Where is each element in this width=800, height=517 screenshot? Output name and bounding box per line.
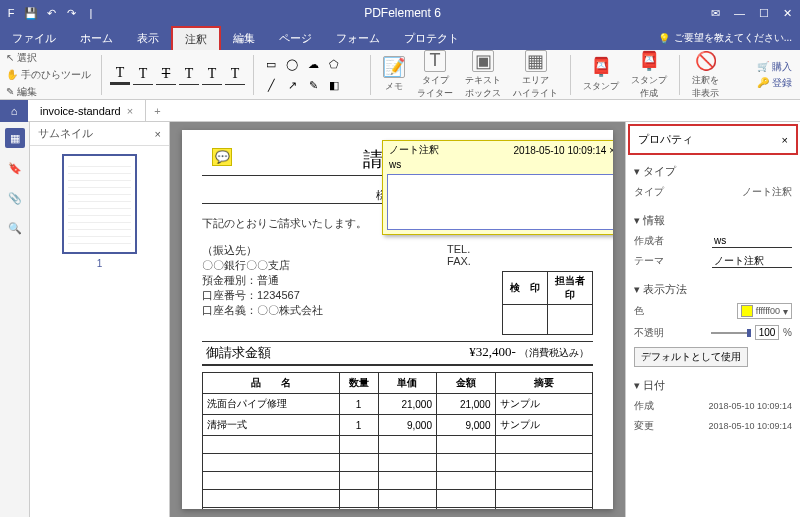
account-no-line: 口座番号：1234567 — [202, 288, 417, 303]
info-section-header[interactable]: ▾ 情報 — [634, 210, 792, 231]
attachments-rail-button[interactable]: 📎 — [5, 188, 25, 208]
help-text[interactable]: ご要望を教えてください... — [674, 31, 792, 45]
display-section-header[interactable]: ▾ 表示方法 — [634, 279, 792, 300]
tab-edit[interactable]: 編集 — [221, 26, 267, 50]
thumbnail-page-number: 1 — [97, 258, 103, 269]
undo-icon[interactable]: ↶ — [44, 6, 58, 20]
type-label: タイプ — [634, 185, 664, 199]
home-tab-button[interactable]: ⌂ — [0, 100, 28, 122]
typewriter-tool[interactable]: Tタイプ ライター — [413, 48, 457, 102]
tab-protect[interactable]: プロテクト — [392, 26, 471, 50]
pencil-icon: ✎ — [6, 86, 14, 97]
modified-value: 2018-05-10 10:09:14 — [708, 421, 792, 431]
page-thumbnail[interactable] — [62, 154, 137, 254]
note-text-input[interactable] — [387, 174, 613, 230]
tab-form[interactable]: フォーム — [324, 26, 392, 50]
opacity-slider[interactable] — [711, 332, 751, 334]
strikethrough-tool[interactable]: T — [156, 65, 176, 85]
select-tool[interactable]: ↖選択 — [4, 50, 93, 66]
buy-button[interactable]: 🛒購入 — [757, 60, 792, 74]
arrow-tool[interactable]: ↗ — [283, 76, 301, 94]
app-logo-icon: F — [4, 6, 18, 20]
table-row — [203, 454, 593, 472]
document-view[interactable]: 💬 請 書 様 下記のとおりご請求いたします。 （振込先） 〇〇銀行〇〇支店 預… — [170, 122, 625, 517]
tab-home[interactable]: ホーム — [68, 26, 125, 50]
app-title: PDFelement 6 — [98, 6, 707, 20]
stamp-tool[interactable]: 📮スタンプ — [579, 54, 623, 95]
billing-row: 御請求金額 ¥32,400- （消費税込み） — [202, 341, 593, 366]
document-tabs: ⌂ invoice-standard × + — [0, 100, 800, 122]
bank-name: 〇〇銀行〇〇支店 — [202, 258, 417, 273]
bookmarks-rail-button[interactable]: 🔖 — [5, 158, 25, 178]
properties-panel: プロパティ × ▾ タイプ タイプノート注釈 ▾ 情報 作成者 テーマ ▾ 表示… — [625, 122, 800, 517]
tab-view[interactable]: 表示 — [125, 26, 171, 50]
table-row — [203, 490, 593, 508]
hide-annotations-tool[interactable]: 🚫注釈を 非表示 — [688, 48, 723, 102]
highlight-tool[interactable]: T — [110, 65, 130, 85]
type-section-header[interactable]: ▾ タイプ — [634, 161, 792, 182]
area-highlight-icon: ▦ — [525, 50, 547, 72]
close-tab-icon[interactable]: × — [127, 105, 133, 117]
cloud-tool[interactable]: ☁ — [304, 55, 322, 73]
theme-input[interactable] — [712, 254, 792, 268]
cursor-icon: ↖ — [6, 52, 14, 63]
maximize-button[interactable]: ☐ — [755, 7, 773, 20]
create-stamp-tool[interactable]: 📮スタンプ 作成 — [627, 48, 671, 102]
redo-icon[interactable]: ↷ — [64, 6, 78, 20]
tab-annotate[interactable]: 注釈 — [171, 26, 221, 50]
author-input[interactable] — [712, 234, 792, 248]
note-tool[interactable]: 📝メモ — [379, 54, 409, 95]
create-stamp-icon: 📮 — [638, 50, 660, 72]
close-properties-icon[interactable]: × — [782, 134, 788, 146]
mail-icon[interactable]: ✉ — [707, 7, 724, 20]
line-tool[interactable]: ╱ — [262, 76, 280, 94]
register-button[interactable]: 🔑登録 — [757, 76, 792, 90]
pencil-draw-tool[interactable]: ✎ — [304, 76, 322, 94]
oval-tool[interactable]: ◯ — [283, 55, 301, 73]
text-tools-group: T T T T T T — [110, 65, 245, 85]
eraser-tool[interactable]: ◧ — [325, 76, 343, 94]
created-label: 作成 — [634, 399, 654, 413]
caret-tool[interactable]: T — [202, 65, 222, 85]
opacity-unit: % — [783, 327, 792, 338]
color-picker[interactable]: ffffff00▾ — [737, 303, 792, 319]
tab-file[interactable]: ファイル — [0, 26, 68, 50]
close-button[interactable]: ✕ — [779, 7, 796, 20]
hand-icon: ✋ — [6, 69, 18, 80]
squiggly-tool[interactable]: T — [179, 65, 199, 85]
date-section-header[interactable]: ▾ 日付 — [634, 375, 792, 396]
document-tab[interactable]: invoice-standard × — [28, 100, 146, 122]
theme-label: テーマ — [634, 254, 664, 268]
hand-tool[interactable]: ✋手のひらツール — [4, 67, 93, 83]
transfer-title: （振込先） — [202, 243, 417, 258]
save-icon[interactable]: 💾 — [24, 6, 38, 20]
area-highlight-tool[interactable]: ▦エリア ハイライト — [509, 48, 562, 102]
polygon-tool[interactable]: ⬠ — [325, 55, 343, 73]
note-annotation[interactable]: 💬 — [212, 148, 232, 166]
opacity-input[interactable] — [755, 325, 779, 340]
underline-tool[interactable]: T — [133, 65, 153, 85]
shape-tools-group: ▭ ◯ ☁ ⬠ ╱ ↗ ✎ ◧ — [262, 55, 362, 94]
set-default-button[interactable]: デフォルトとして使用 — [634, 347, 748, 367]
rectangle-tool[interactable]: ▭ — [262, 55, 280, 73]
select-tool-group: ↖選択 ✋手のひらツール ✎編集 — [4, 50, 93, 100]
tab-page[interactable]: ページ — [267, 26, 324, 50]
note-popup[interactable]: ノート注釈 2018-05-10 10:09:14 × ws — [382, 140, 613, 235]
typewriter-icon: T — [424, 50, 446, 72]
home-icon: ⌂ — [11, 105, 18, 117]
table-row — [203, 508, 593, 510]
search-rail-button[interactable]: 🔍 — [5, 218, 25, 238]
table-row: 洗面台パイプ修理121,00021,000サンプル — [203, 394, 593, 415]
bulb-icon: 💡 — [658, 33, 670, 44]
thumbnails-rail-button[interactable]: ▦ — [5, 128, 25, 148]
textbox-tool[interactable]: ▣テキスト ボックス — [461, 48, 505, 102]
replace-tool[interactable]: T — [225, 65, 245, 85]
close-panel-icon[interactable]: × — [155, 128, 161, 140]
note-close-icon[interactable]: × — [609, 145, 613, 156]
opacity-label: 不透明 — [634, 326, 664, 340]
cart-icon: 🛒 — [757, 61, 769, 72]
edit-tool[interactable]: ✎編集 — [4, 84, 93, 100]
tel-label: TEL. — [447, 243, 593, 255]
minimize-button[interactable]: — — [730, 7, 749, 19]
add-tab-button[interactable]: + — [146, 105, 168, 117]
